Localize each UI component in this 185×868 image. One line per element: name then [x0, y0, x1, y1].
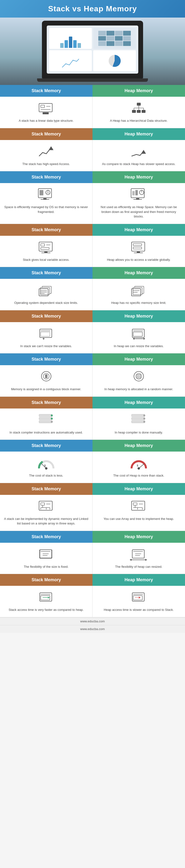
heap-text-3: Heap allows you to access a variable glo…: [107, 257, 170, 262]
stack-header-8: Stack Memory: [0, 440, 92, 452]
section-header-3: Stack MemoryHeap Memory: [0, 224, 185, 236]
svg-rect-13: [142, 110, 146, 113]
heap-cell-11: Heap access time is slower as compared t…: [92, 586, 185, 617]
svg-rect-79: [132, 421, 145, 423]
stack-text-2: Space is efficiently managed by OS so th…: [4, 205, 88, 214]
svg-marker-14: [49, 146, 53, 150]
svg-marker-61: [143, 338, 145, 340]
stack-text-0: A stack has a linear data type structure…: [19, 118, 74, 123]
stack-cell-6: Memory is assigned in a contiguous block…: [0, 365, 92, 397]
svg-rect-17: [39, 190, 43, 195]
stack-header-2: Stack Memory: [0, 171, 92, 183]
heap-header-1: Heap Memory: [92, 128, 185, 140]
heap-text-6: In heap memory is allocated in a random …: [104, 387, 173, 392]
content-row-9: A stack can be implemented by dynamic me…: [0, 495, 185, 531]
heap-cell-1: As compare to stack Heap has slower spee…: [92, 140, 185, 171]
stack-icon-8: $: [36, 456, 56, 471]
heap-header-9: Heap Memory: [92, 483, 185, 495]
section-header-1: Stack MemoryHeap Memory: [0, 128, 185, 140]
heap-header-3: Heap Memory: [92, 224, 185, 236]
svg-rect-24: [132, 191, 135, 195]
svg-rect-38: [133, 247, 142, 249]
svg-point-74: [51, 414, 53, 416]
heap-header-0: Heap Memory: [92, 85, 185, 97]
stack-cell-5: In stack we can't resize the variables.: [0, 322, 92, 353]
svg-rect-12: [137, 110, 141, 113]
heap-header-2: Heap Memory: [92, 171, 185, 183]
stack-text-7: In stack compiler instructions are autom…: [9, 430, 83, 435]
stack-icon-0: [36, 101, 56, 116]
heap-icon-3: [129, 241, 149, 255]
svg-rect-71: [39, 414, 52, 417]
svg-rect-54: [41, 332, 50, 336]
heap-text-8: The cost of Heap is more than stack.: [113, 473, 164, 478]
svg-text:$: $: [44, 464, 46, 467]
stack-icon-9: [36, 500, 56, 514]
content-row-7: In stack compiler instructions are autom…: [0, 408, 185, 440]
stack-cell-11: Stack access time is very faster as comp…: [0, 586, 92, 617]
svg-rect-90: [41, 503, 45, 505]
stack-header-9: Stack Memory: [0, 483, 92, 495]
page-title: Stack vs Heap Memory: [2, 4, 183, 13]
stack-text-1: The stack has high-speed Access.: [22, 162, 70, 166]
content-row-11: Stack access time is very faster as comp…: [0, 586, 185, 617]
heap-header-5: Heap Memory: [92, 310, 185, 322]
stack-text-6: Memory is assigned in a contiguous block…: [11, 387, 81, 392]
stack-icon-10: [36, 548, 56, 562]
stack-cell-9: A stack can be implemented by dynamic me…: [0, 495, 92, 531]
svg-rect-25: [135, 190, 138, 195]
stack-text-8: The cost of stack is less.: [29, 473, 63, 478]
section-header-11: Stack MemoryHeap Memory: [0, 574, 185, 586]
heap-text-7: In heap compiler is done manually.: [115, 430, 163, 435]
svg-rect-89: [39, 501, 52, 510]
stack-icon-1: [36, 145, 56, 159]
svg-rect-1: [41, 105, 45, 107]
stack-cell-10: The flexibility of the size is fixed.: [0, 543, 92, 574]
svg-point-76: [51, 421, 53, 423]
svg-rect-77: [132, 414, 145, 417]
section-header-4: Stack MemoryHeap Memory: [0, 267, 185, 279]
heap-header-7: Heap Memory: [92, 397, 185, 408]
stack-header-6: Stack Memory: [0, 353, 92, 365]
stack-header-4: Stack Memory: [0, 267, 92, 279]
svg-point-81: [143, 417, 145, 420]
heap-text-4: Heap has no specific memory size limit.: [111, 301, 166, 305]
svg-rect-4: [43, 112, 49, 114]
heap-icon-2: [129, 188, 149, 202]
heap-icon-5: [129, 327, 149, 341]
svg-rect-78: [132, 417, 145, 420]
stack-icon-2: [36, 188, 56, 202]
heap-cell-0: A Heap has a Hierarchical Data structure…: [92, 97, 185, 128]
heap-cell-10: The flexibility of heap can resized.: [92, 543, 185, 574]
svg-marker-117: [130, 559, 132, 561]
section-header-6: Stack MemoryHeap Memory: [0, 353, 185, 365]
stack-icon-3: [36, 241, 56, 255]
svg-rect-97: [132, 501, 145, 510]
stack-text-11: Stack access time is very faster as comp…: [9, 608, 84, 612]
footer-url: www.educba.com: [80, 627, 105, 631]
stack-cell-3: Stack gives local variable access.: [0, 236, 92, 267]
svg-rect-72: [39, 417, 52, 420]
heap-cell-7: In heap compiler is done manually.: [92, 408, 185, 440]
footer-bar: www.educba.com: [0, 617, 185, 625]
heap-cell-6: In heap memory is allocated in a random …: [92, 365, 185, 397]
svg-rect-36: [132, 242, 145, 251]
heap-icon-11: [129, 591, 149, 605]
section-header-7: Stack MemoryHeap Memory: [0, 397, 185, 408]
title-bar: Stack vs Heap Memory: [0, 0, 185, 18]
section-header-0: Stack MemoryHeap Memory: [0, 85, 185, 97]
section-header-5: Stack MemoryHeap Memory: [0, 310, 185, 322]
svg-text:$: $: [137, 464, 138, 467]
comparison-table: Stack MemoryHeap Memory A stack has a li…: [0, 85, 185, 617]
content-row-10: The flexibility of the size is fixed. Th…: [0, 543, 185, 574]
svg-point-75: [51, 417, 53, 420]
heap-icon-4: [129, 284, 149, 298]
stack-icon-6: [36, 370, 56, 384]
svg-rect-31: [41, 244, 45, 246]
svg-marker-15: [141, 150, 146, 154]
heap-text-9: You can use Array and tree to implement …: [104, 517, 174, 521]
content-row-5: In stack we can't resize the variables. …: [0, 322, 185, 354]
content-row-6: Memory is assigned in a contiguous block…: [0, 365, 185, 397]
heap-text-11: Heap access time is slower as compared t…: [104, 608, 174, 612]
heap-text-1: As compare to stack Heap has slower spee…: [102, 162, 176, 166]
